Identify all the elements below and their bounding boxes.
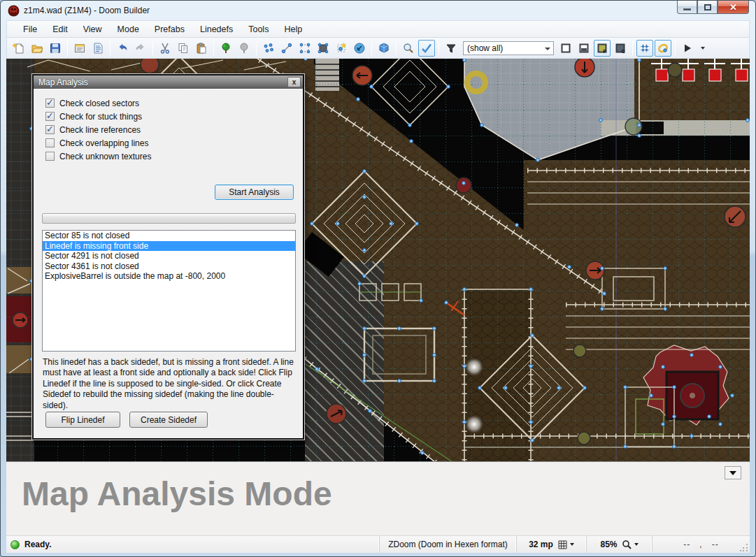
status-coordinates: -- , -- bbox=[652, 536, 750, 553]
test-map-button[interactable] bbox=[679, 40, 696, 57]
check-row[interactable]: Check unknown textures bbox=[45, 150, 151, 163]
snap-to-grid-button[interactable] bbox=[636, 40, 653, 57]
map-analysis-dialog: Map Analysis x Check closed sectorsCheck… bbox=[31, 73, 305, 440]
previous-prefab-button[interactable] bbox=[236, 40, 252, 57]
result-item[interactable]: Linedef is missing front side bbox=[43, 241, 295, 252]
result-item[interactable]: ExplosiveBarrel is outside the map at -8… bbox=[43, 271, 295, 282]
menubar: FileEditViewModePrefabsLinedefsToolsHelp bbox=[6, 20, 750, 37]
undo-button[interactable] bbox=[114, 40, 131, 57]
status-map-format: ZDoom (Doom in Hexen format) bbox=[379, 536, 516, 553]
analysis-progress-bar bbox=[42, 213, 296, 224]
check-options: Check closed sectorsCheck for stuck thin… bbox=[45, 96, 151, 163]
resize-grip[interactable] bbox=[740, 543, 748, 551]
status-zoom[interactable]: 85% bbox=[586, 536, 652, 553]
status-ready-text: Ready. bbox=[24, 540, 51, 549]
things-filter-select[interactable]: (show all) bbox=[463, 41, 554, 55]
view-ceilings-button[interactable]: C bbox=[612, 40, 629, 57]
things-mode-button[interactable] bbox=[333, 40, 350, 57]
checkbox-checked[interactable] bbox=[45, 99, 55, 108]
chevron-down-icon bbox=[634, 543, 639, 546]
map-analysis-button[interactable] bbox=[418, 40, 435, 57]
app-window: z1m4.wad (Z1M4) - Doom Builder ✕ FileEdi… bbox=[0, 0, 756, 557]
chevron-down-icon bbox=[701, 47, 705, 50]
close-button[interactable]: ✕ bbox=[718, 1, 749, 14]
linedefs-mode-button[interactable] bbox=[278, 40, 295, 57]
move-mode-button[interactable] bbox=[351, 40, 368, 57]
test-map-dropdown[interactable] bbox=[697, 40, 706, 57]
auto-merge-button[interactable] bbox=[655, 40, 671, 57]
checkbox-label: Check line references bbox=[55, 125, 141, 135]
checkbox-label: Check overlapping lines bbox=[55, 138, 148, 148]
mode-banner: Map Analysis Mode bbox=[6, 461, 750, 535]
menu-linedefs[interactable]: Linedefs bbox=[192, 22, 241, 37]
map-options-button[interactable] bbox=[71, 40, 88, 57]
chevron-down-icon bbox=[570, 543, 574, 546]
insert-prefab-button[interactable] bbox=[217, 40, 234, 57]
check-row[interactable]: Check closed sectors bbox=[45, 96, 151, 110]
menu-edit[interactable]: Edit bbox=[45, 22, 76, 37]
dialog-titlebar[interactable]: Map Analysis x bbox=[34, 75, 303, 89]
copy-button[interactable] bbox=[175, 40, 192, 57]
check-row[interactable]: Check overlapping lines bbox=[45, 136, 151, 150]
check-row[interactable]: Check for stuck things bbox=[45, 110, 151, 123]
dialog-title: Map Analysis bbox=[34, 78, 88, 87]
cut-button[interactable] bbox=[157, 40, 173, 57]
result-item[interactable]: Sector 4291 is not closed bbox=[43, 251, 295, 261]
minimize-button[interactable] bbox=[677, 1, 697, 14]
sectors-paint-mode-button[interactable] bbox=[315, 40, 331, 57]
checkbox[interactable] bbox=[45, 138, 55, 147]
status-ready-icon bbox=[10, 540, 20, 549]
start-analysis-button[interactable]: Start Analysis bbox=[215, 185, 294, 200]
save-map-button[interactable] bbox=[47, 40, 64, 57]
window-title: z1m4.wad (Z1M4) - Doom Builder bbox=[24, 6, 150, 15]
zoom-icon bbox=[622, 540, 632, 550]
chevron-down-icon bbox=[545, 48, 550, 50]
3d-mode-button[interactable] bbox=[376, 40, 392, 57]
menu-file[interactable]: File bbox=[15, 22, 45, 37]
checkbox-checked[interactable] bbox=[45, 125, 55, 134]
find-button[interactable] bbox=[400, 40, 417, 57]
dialog-close-button[interactable]: x bbox=[287, 77, 301, 87]
result-item[interactable]: Sector 4361 is not closed bbox=[43, 261, 295, 272]
view-normal-button[interactable] bbox=[557, 40, 574, 57]
view-brightness-button[interactable] bbox=[576, 40, 592, 57]
menu-tools[interactable]: Tools bbox=[241, 22, 276, 37]
flip-linedef-button[interactable]: Flip Linedef bbox=[45, 412, 120, 428]
mode-banner-text: Map Analysis Mode bbox=[22, 475, 332, 513]
grid-size-icon bbox=[557, 540, 568, 550]
error-description: This linedef has a back sidedef, but is … bbox=[43, 357, 299, 411]
menu-view[interactable]: View bbox=[76, 22, 110, 37]
menu-prefabs[interactable]: Prefabs bbox=[147, 22, 192, 37]
script-editor-button[interactable] bbox=[90, 40, 106, 57]
things-filter-value: (show all) bbox=[467, 43, 503, 53]
results-list[interactable]: Sector 85 is not closedLinedef is missin… bbox=[42, 230, 296, 352]
checkbox-checked[interactable] bbox=[45, 112, 55, 121]
toolbar: (show all) F C bbox=[6, 37, 750, 59]
sectors-mode-button[interactable] bbox=[297, 40, 313, 57]
chevron-down-icon bbox=[729, 471, 736, 475]
redo-button[interactable] bbox=[132, 40, 149, 57]
create-sidedef-button[interactable]: Create Sidedef bbox=[129, 412, 208, 428]
paste-button[interactable] bbox=[193, 40, 210, 57]
svg-text:C: C bbox=[622, 48, 625, 53]
things-filter-button[interactable] bbox=[443, 40, 459, 57]
result-item[interactable]: Sector 85 is not closed bbox=[43, 231, 295, 241]
check-row[interactable]: Check line references bbox=[45, 123, 151, 136]
open-map-button[interactable] bbox=[29, 40, 45, 57]
titlebar[interactable]: z1m4.wad (Z1M4) - Doom Builder ✕ bbox=[1, 1, 755, 20]
vertices-mode-button[interactable] bbox=[260, 40, 277, 57]
menu-mode[interactable]: Mode bbox=[110, 22, 147, 37]
maximize-button[interactable] bbox=[697, 1, 718, 14]
checkbox[interactable] bbox=[45, 152, 55, 161]
new-map-button[interactable] bbox=[10, 40, 27, 57]
checkbox-label: Check unknown textures bbox=[55, 152, 151, 161]
svg-text:F: F bbox=[604, 48, 607, 53]
menu-help[interactable]: Help bbox=[276, 22, 310, 37]
checkbox-label: Check closed sectors bbox=[55, 99, 139, 108]
status-grid-size[interactable]: 32 mp bbox=[516, 536, 586, 553]
statusbar: Ready. ZDoom (Doom in Hexen format) 32 m… bbox=[6, 535, 750, 553]
app-icon bbox=[8, 5, 20, 17]
banner-dropdown-button[interactable] bbox=[725, 466, 741, 479]
view-floors-button[interactable]: F bbox=[594, 40, 611, 57]
checkbox-label: Check for stuck things bbox=[55, 112, 142, 122]
